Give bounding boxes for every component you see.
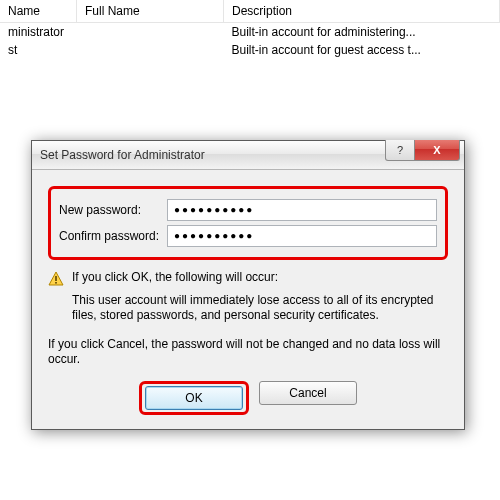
warning-heading: If you click OK, the following will occu… — [72, 270, 278, 285]
cell-full — [77, 41, 224, 59]
cell-desc: Built-in account for administering... — [224, 23, 500, 42]
users-table: Name Full Name Description ministrator B… — [0, 0, 500, 59]
dialog-title: Set Password for Administrator — [32, 148, 205, 162]
new-password-label: New password: — [59, 203, 167, 217]
table-row[interactable]: ministrator Built-in account for adminis… — [0, 23, 500, 42]
col-header-name[interactable]: Name — [0, 0, 77, 23]
warning-icon — [48, 271, 64, 287]
svg-rect-2 — [55, 282, 57, 284]
cell-desc: Built-in account for guest access t... — [224, 41, 500, 59]
col-header-description[interactable]: Description — [224, 0, 500, 23]
ok-button[interactable]: OK — [145, 386, 243, 410]
new-password-input[interactable] — [167, 199, 437, 221]
cell-full — [77, 23, 224, 42]
cell-name: ministrator — [0, 23, 77, 42]
titlebar[interactable]: Set Password for Administrator ? X — [32, 141, 464, 170]
confirm-password-label: Confirm password: — [59, 229, 167, 243]
password-fields-highlight: New password: Confirm password: — [48, 186, 448, 260]
svg-rect-1 — [55, 276, 57, 281]
table-row[interactable]: st Built-in account for guest access t..… — [0, 41, 500, 59]
help-button[interactable]: ? — [385, 140, 415, 161]
cell-name: st — [0, 41, 77, 59]
set-password-dialog: Set Password for Administrator ? X New p… — [31, 140, 465, 430]
warning-detail: This user account will immediately lose … — [72, 293, 448, 323]
cancel-button[interactable]: Cancel — [259, 381, 357, 405]
confirm-password-input[interactable] — [167, 225, 437, 247]
ok-button-highlight: OK — [139, 381, 249, 415]
close-button[interactable]: X — [415, 140, 460, 161]
cancel-info: If you click Cancel, the password will n… — [48, 337, 448, 367]
col-header-fullname[interactable]: Full Name — [77, 0, 224, 23]
